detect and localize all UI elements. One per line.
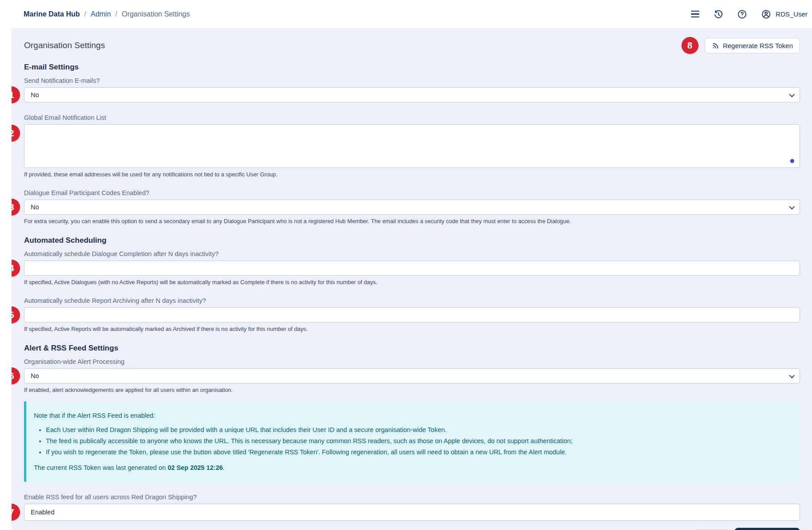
rss-icon <box>712 42 719 49</box>
email-settings-heading: E-mail Settings <box>24 63 800 72</box>
annotation-badge-8: 8 <box>682 37 698 54</box>
top-bar: Marine Data Hub / Admin / Organisation S… <box>0 0 812 28</box>
history-icon[interactable] <box>713 9 723 20</box>
username-label: RDS_User <box>775 10 808 18</box>
alert-processing-value: No <box>31 372 39 379</box>
alert-processing-help: If enabled, alert acknowledgements are a… <box>24 387 800 393</box>
rss-note-item: If you wish to regenerate the Token, ple… <box>46 448 789 457</box>
annotation-badge-6: 6 <box>12 367 20 384</box>
breadcrumb-current-page: Organisation Settings <box>122 10 190 18</box>
rss-token-generated-date: 02 Sep 2025 12:26 <box>167 464 223 471</box>
global-email-list-textarea[interactable] <box>24 124 800 168</box>
annotation-badge-1: 1 <box>12 86 20 103</box>
chevron-down-icon <box>789 204 795 209</box>
textarea-corner-dot <box>790 159 794 163</box>
menu-icon[interactable] <box>691 11 699 17</box>
breadcrumb-admin-link[interactable]: Admin <box>91 10 111 18</box>
dialogue-completion-input[interactable] <box>24 261 800 276</box>
user-icon <box>761 9 771 20</box>
rss-note-item: The feed is publically accessible to any… <box>46 436 789 446</box>
send-notification-emails-value: No <box>31 91 39 98</box>
automated-scheduling-heading: Automated Scheduling <box>24 236 800 245</box>
breadcrumb-separator: / <box>84 10 86 18</box>
participant-codes-value: No <box>31 204 39 211</box>
participant-codes-select[interactable]: No <box>24 200 800 215</box>
breadcrumb-separator: / <box>115 10 117 18</box>
annotation-badge-7: 7 <box>12 504 20 521</box>
send-notification-emails-label: Send Notification E-mails? <box>24 77 800 84</box>
top-icon-group: RDS_User <box>691 9 808 20</box>
alert-rss-heading: Alert & RSS Feed Settings <box>24 344 800 353</box>
annotation-badge-3: 3 <box>12 199 20 216</box>
global-email-list-help: If provided, these email addresses will … <box>24 171 800 178</box>
regenerate-rss-token-button[interactable]: Regenerate RSS Token <box>705 38 800 53</box>
report-archiving-help: If specified, Active Reports will be aut… <box>24 326 800 332</box>
alert-processing-select[interactable]: No <box>24 368 800 383</box>
help-icon[interactable] <box>737 9 747 20</box>
rss-token-generated-prefix: The current RSS Token was last generated… <box>34 464 167 471</box>
rss-note-intro: Note that if the Alert RSS Feed is enabl… <box>34 412 789 419</box>
organisation-settings-panel: Organisation Settings 8 Regenerate RSS T… <box>12 28 812 530</box>
global-email-list-label: Global Email Notification List <box>24 114 800 121</box>
dialogue-completion-help: If specified, Active Dialogues (with no … <box>24 279 800 285</box>
enable-rss-feed-input[interactable] <box>24 504 800 521</box>
alert-processing-label: Organisation-wide Alert Processing <box>24 358 800 365</box>
breadcrumb: Marine Data Hub / Admin / Organisation S… <box>24 10 190 18</box>
annotation-badge-5: 5 <box>12 306 20 323</box>
participant-codes-label: Dialogue Email Participant Codes Enabled… <box>24 189 800 196</box>
report-archiving-label: Automatically schedule Report Archiving … <box>24 297 800 304</box>
rss-feed-note: Note that if the Alert RSS Feed is enabl… <box>24 401 800 482</box>
chevron-down-icon <box>789 372 795 378</box>
annotation-badge-2: 2 <box>12 125 20 142</box>
save-settings-button[interactable]: Save Settings <box>735 528 800 530</box>
participant-codes-help: For extra security, you can enable this … <box>24 218 800 224</box>
regenerate-rss-token-label: Regenerate RSS Token <box>723 42 793 49</box>
breadcrumb-home-link[interactable]: Marine Data Hub <box>24 10 80 18</box>
send-notification-emails-select[interactable]: No <box>24 87 800 102</box>
rss-note-item: Each User within Red Dragon Shipping wil… <box>46 425 789 435</box>
page-title: Organisation Settings <box>24 37 105 50</box>
rss-note-list: Each User within Red Dragon Shipping wil… <box>46 425 789 457</box>
user-menu[interactable]: RDS_User <box>761 9 808 20</box>
enable-rss-feed-label: Enable RSS feed for all users across Red… <box>24 493 800 501</box>
rss-token-generated-suffix: . <box>223 464 225 471</box>
rss-token-generated-line: The current RSS Token was last generated… <box>34 464 789 471</box>
annotation-badge-4: 4 <box>12 260 20 277</box>
report-archiving-input[interactable] <box>24 307 800 322</box>
chevron-down-icon <box>789 91 795 97</box>
dialogue-completion-label: Automatically schedule Dialogue Completi… <box>24 250 800 257</box>
